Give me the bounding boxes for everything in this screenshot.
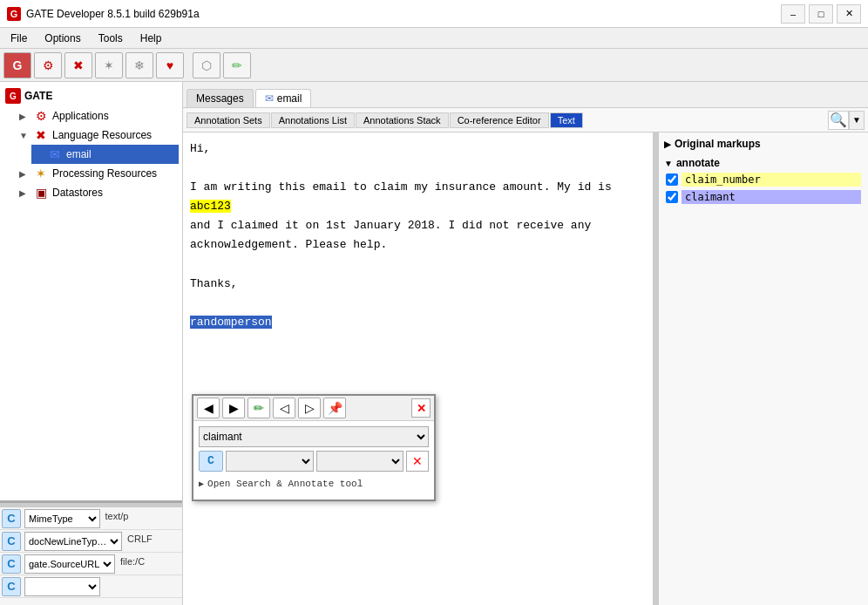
prop-newline-val: CRLF bbox=[124, 532, 182, 551]
anno-tab-sets[interactable]: Annotation Sets bbox=[186, 112, 270, 128]
anno-annotate-expand-icon: ▼ bbox=[664, 159, 673, 168]
tab-email-icon: ✉ bbox=[265, 92, 274, 105]
popup-feature-val-sel[interactable] bbox=[316, 451, 404, 472]
anno-panel-dropdown[interactable]: ▼ bbox=[849, 111, 865, 130]
prop-newline-key[interactable]: docNewLineTyp… bbox=[24, 532, 122, 551]
sidebar-item-applications[interactable]: ▶ ⚙ Applications bbox=[17, 106, 179, 126]
anno-item-claim-number: claim_number bbox=[662, 171, 865, 188]
popup-search-arrow-icon: ▶ bbox=[199, 478, 204, 492]
anno-tab-text[interactable]: Text bbox=[550, 112, 583, 128]
title-bar: G GATE Developer 8.5.1 build 629b91a – □… bbox=[0, 0, 868, 28]
main-layout: G GATE ▶ ⚙ Applications ▼ ✖ Language Res… bbox=[0, 82, 868, 605]
maximize-button[interactable]: □ bbox=[809, 4, 833, 24]
popup-next-btn[interactable]: ▶ bbox=[222, 398, 245, 418]
anno-claim-number-label: claim_number bbox=[682, 173, 861, 187]
popup-body: claimant C ✕ bbox=[193, 421, 434, 500]
prop-empty-key[interactable] bbox=[24, 577, 100, 596]
sidebar-item-processing-resources[interactable]: ▶ ✶ Processing Resources bbox=[17, 164, 179, 183]
expand-pr-icon: ▶ bbox=[19, 169, 30, 179]
stop-toolbar-btn[interactable]: ✖ bbox=[64, 52, 92, 78]
sidebar-item-datastores[interactable]: ▶ ▣ Datastores bbox=[17, 183, 179, 202]
prop-row-empty: C bbox=[0, 575, 182, 598]
sidebar-item-email[interactable]: ✉ email bbox=[31, 145, 179, 164]
anno-tab-stack[interactable]: Annotations Stack bbox=[356, 112, 449, 128]
anno-section-annotate: ▼ annotate claim_number claimant bbox=[662, 155, 865, 206]
expand-ds-icon: ▶ bbox=[19, 188, 30, 198]
sun-toolbar-btn[interactable]: ✶ bbox=[95, 52, 123, 78]
left-panel: G GATE ▶ ⚙ Applications ▼ ✖ Language Res… bbox=[0, 82, 183, 605]
text-editor[interactable]: Hi, I am writing this email to claim my … bbox=[183, 133, 655, 605]
anno-claimant-label: claimant bbox=[682, 190, 861, 204]
lr-label: Language Resources bbox=[52, 129, 152, 141]
prop-row-mimetype: C MimeType text/p bbox=[0, 507, 182, 530]
popup-feature-key-sel[interactable] bbox=[226, 451, 314, 472]
edit-toolbar-btn[interactable]: ✏ bbox=[223, 52, 251, 78]
lr-icon: ✖ bbox=[33, 127, 49, 143]
text-para1: I am writing this email to claim my insu… bbox=[190, 180, 612, 213]
prop-mimetype-icon: C bbox=[2, 509, 21, 528]
email-doc-icon: ✉ bbox=[47, 146, 63, 162]
menu-tools[interactable]: Tools bbox=[92, 31, 130, 46]
popup-back-btn[interactable]: ◁ bbox=[273, 398, 295, 418]
prop-row-source: C gate.SourceURL file:/C bbox=[0, 553, 182, 575]
popup-forward-btn[interactable]: ▷ bbox=[298, 398, 321, 418]
anno-section-annotate-header[interactable]: ▼ annotate bbox=[662, 155, 865, 171]
minimize-button[interactable]: – bbox=[781, 4, 805, 24]
popup-search-label: Open Search & Annotate tool bbox=[207, 477, 363, 493]
applications-icon: ⚙ bbox=[33, 108, 49, 124]
popup-delete-feature-btn[interactable]: ✕ bbox=[406, 451, 429, 472]
anno-section-original-header[interactable]: ▶ Original markups bbox=[662, 136, 865, 152]
app-logo: G bbox=[7, 7, 21, 21]
gate-logo-small: G bbox=[5, 88, 21, 104]
content-split: Hi, I am writing this email to claim my … bbox=[183, 133, 868, 605]
close-button[interactable]: ✕ bbox=[837, 4, 861, 24]
properties-panel: C MimeType text/p C docNewLineTyp… CRLF … bbox=[0, 500, 182, 605]
app-toolbar-btn[interactable]: ⚙ bbox=[34, 52, 62, 78]
popup-prev-btn[interactable]: ◀ bbox=[197, 398, 220, 418]
anno-tab-list[interactable]: Annotations List bbox=[271, 112, 355, 128]
heart-toolbar-btn[interactable]: ♥ bbox=[156, 52, 184, 78]
popup-pen-btn[interactable]: ✏ bbox=[248, 398, 270, 418]
menu-help[interactable]: Help bbox=[133, 31, 169, 46]
resource-tree: G GATE ▶ ⚙ Applications ▼ ✖ Language Res… bbox=[0, 82, 182, 500]
annotation-popup: ◀ ▶ ✏ ◁ ▷ 📌 ✕ claimant bbox=[192, 394, 436, 501]
pr-label: Processing Resources bbox=[52, 167, 157, 180]
text-thanks: Thanks, bbox=[190, 277, 238, 290]
menu-file[interactable]: File bbox=[3, 31, 34, 46]
applications-label: Applications bbox=[52, 110, 109, 122]
highlight-abc123: abc123 bbox=[190, 200, 231, 213]
popup-pin-btn[interactable]: 📌 bbox=[323, 398, 346, 418]
app-title: GATE Developer 8.5.1 build 629b91a bbox=[26, 8, 200, 20]
anno-claim-number-checkbox[interactable] bbox=[666, 173, 678, 186]
tab-messages[interactable]: Messages bbox=[186, 89, 254, 107]
anno-tab-coref[interactable]: Co-reference Editor bbox=[450, 112, 549, 128]
prop-row-newline: C docNewLineTyp… CRLF bbox=[0, 530, 182, 553]
tab-email[interactable]: ✉ email bbox=[255, 89, 312, 107]
text-hi: Hi, bbox=[190, 142, 210, 155]
popup-search-link[interactable]: ▶ Open Search & Annotate tool bbox=[199, 475, 429, 494]
prop-source-val: file:/C bbox=[117, 554, 182, 574]
popup-feature-icon: C bbox=[199, 451, 223, 472]
tab-email-label: email bbox=[277, 92, 302, 105]
menu-options[interactable]: Options bbox=[37, 31, 87, 46]
popup-type-select[interactable]: claimant bbox=[199, 426, 429, 447]
expand-applications-icon: ▶ bbox=[19, 112, 30, 121]
prop-source-icon: C bbox=[2, 554, 21, 574]
anno-item-claimant: claimant bbox=[662, 188, 865, 206]
search-magnifier-btn[interactable]: 🔍 bbox=[828, 111, 849, 130]
text-para2: and I claimed it on 1st January 2018. I … bbox=[190, 219, 591, 232]
puzzle-toolbar-btn[interactable]: ⬡ bbox=[193, 52, 220, 78]
anno-claimant-checkbox[interactable] bbox=[666, 191, 678, 203]
anno-original-expand-icon: ▶ bbox=[664, 139, 671, 149]
popup-feature-row: C ✕ bbox=[199, 451, 429, 472]
sidebar-item-language-resources[interactable]: ▼ ✖ Language Resources bbox=[17, 126, 179, 145]
gate-toolbar-icon[interactable]: G bbox=[3, 52, 31, 78]
prop-source-key[interactable]: gate.SourceURL bbox=[24, 554, 115, 574]
pr-icon: ✶ bbox=[33, 166, 49, 181]
toolbar: G ⚙ ✖ ✶ ❄ ♥ ⬡ ✏ bbox=[0, 49, 868, 82]
text-para3: acknowledgement. Please help. bbox=[190, 238, 387, 251]
popup-close-btn[interactable]: ✕ bbox=[411, 398, 431, 418]
prop-mimetype-key[interactable]: MimeType bbox=[24, 509, 100, 528]
snowflake-toolbar-btn[interactable]: ❄ bbox=[125, 52, 153, 78]
expand-lr-icon: ▼ bbox=[19, 131, 30, 140]
